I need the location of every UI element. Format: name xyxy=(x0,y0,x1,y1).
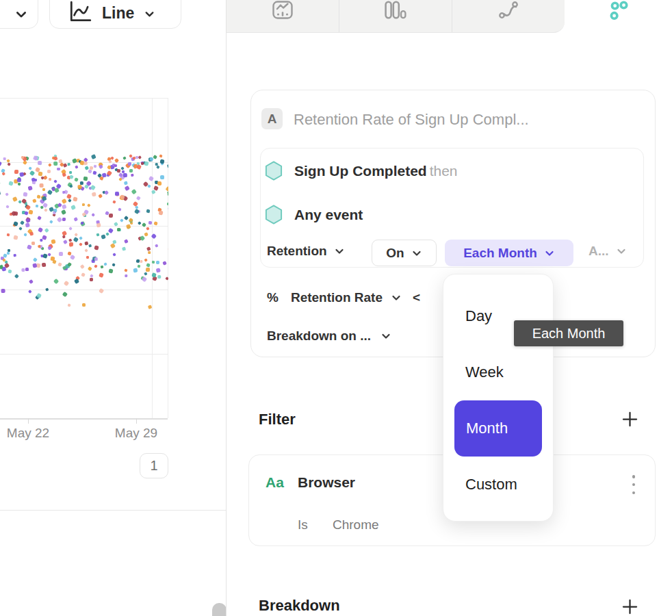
string-type-badge: Aa xyxy=(266,474,284,490)
tab-scatter-flow[interactable] xyxy=(452,0,565,32)
menu-item-week[interactable]: Week xyxy=(443,344,553,400)
x-axis-label: May 29 xyxy=(105,426,167,441)
x-axis-label: May 22 xyxy=(0,426,59,441)
actives-dropdown[interactable]: A... xyxy=(589,244,627,259)
percent-symbol: % xyxy=(267,290,279,305)
interval-tooltip: Each Month xyxy=(514,320,623,346)
add-breakdown-button[interactable] xyxy=(620,597,639,616)
actives-label: A... xyxy=(589,244,609,259)
plus-icon xyxy=(621,598,639,616)
filter-section-title: Filter xyxy=(259,411,296,428)
series-badge: A xyxy=(261,108,283,129)
comparison-operator: < xyxy=(413,290,420,305)
filter-operator[interactable]: Is xyxy=(298,517,308,532)
event-suffix: then xyxy=(430,163,458,179)
filter-value[interactable]: Chrome xyxy=(333,517,379,532)
menu-item-custom[interactable]: Custom xyxy=(443,457,553,513)
view-tabs xyxy=(227,0,565,33)
interval-dropdown-menu: DayWeekMonthCustom xyxy=(443,274,554,522)
breakdown-on-dropdown[interactable]: Breakdown on ... xyxy=(267,329,391,344)
on-label: On xyxy=(386,246,404,261)
measure-dropdown[interactable]: % Retention Rate < xyxy=(267,290,420,305)
hexagon-event-icon xyxy=(264,161,283,181)
panel-vertical-divider xyxy=(226,0,227,616)
chevron-down-icon xyxy=(14,8,28,21)
interval-dropdown[interactable]: Each Month xyxy=(445,240,573,266)
chart-type-label: Line xyxy=(102,3,134,23)
chevron-down-icon xyxy=(411,248,422,259)
filter-kebab-menu[interactable] xyxy=(627,474,641,496)
panel-horizontal-divider xyxy=(0,510,227,511)
breakdown-section-title: Breakdown xyxy=(259,597,340,615)
chevron-down-icon xyxy=(334,246,345,257)
interval-label: Each Month xyxy=(463,246,537,261)
breakdown-on-label: Breakdown on ... xyxy=(267,329,371,344)
pagination-page-1-button[interactable]: 1 xyxy=(140,453,168,478)
tab-insights-chart[interactable] xyxy=(227,0,339,32)
chevron-down-icon xyxy=(616,246,627,257)
event-row-1[interactable]: Sign Up Completedthen xyxy=(264,161,458,181)
retention-scatter-plot xyxy=(0,98,168,420)
tab-bar-chart[interactable] xyxy=(339,0,452,32)
chart-options-button[interactable] xyxy=(0,0,38,29)
menu-item-month[interactable]: Month xyxy=(454,400,542,457)
line-chart-icon xyxy=(68,0,92,23)
hexagon-event-icon xyxy=(264,205,283,224)
app-window: Line May 22 May 29 1 xyxy=(0,0,672,616)
filter-property-name: Browser xyxy=(298,474,355,491)
property-type-badge: Aa xyxy=(266,474,284,491)
chevron-down-icon xyxy=(144,8,155,23)
scatter-flow-icon xyxy=(497,1,519,20)
chevron-down-icon xyxy=(544,248,555,259)
event-name: Any event xyxy=(294,207,363,223)
event-row-2[interactable]: Any event xyxy=(264,205,363,224)
plus-icon xyxy=(621,410,639,428)
event-name: Sign Up Completed xyxy=(294,163,427,179)
query-title[interactable]: Retention Rate of Sign Up Compl... xyxy=(294,111,529,129)
breakdown-dots-icon xyxy=(608,1,630,21)
retention-type-label: Retention xyxy=(267,244,327,259)
scrollbar-thumb[interactable] xyxy=(212,603,227,616)
chart-type-selector[interactable]: Line xyxy=(49,0,181,29)
on-dropdown[interactable]: On xyxy=(372,240,437,266)
chevron-down-icon xyxy=(380,331,391,342)
retention-type-dropdown[interactable]: Retention xyxy=(267,244,345,259)
chevron-down-icon xyxy=(391,292,402,303)
bar-chart-icon xyxy=(385,1,406,20)
add-filter-button[interactable] xyxy=(620,409,639,428)
measure-label: Retention Rate xyxy=(291,290,383,305)
tab-breakdown-dots-active[interactable] xyxy=(565,0,672,33)
insights-chart-icon xyxy=(272,1,294,20)
